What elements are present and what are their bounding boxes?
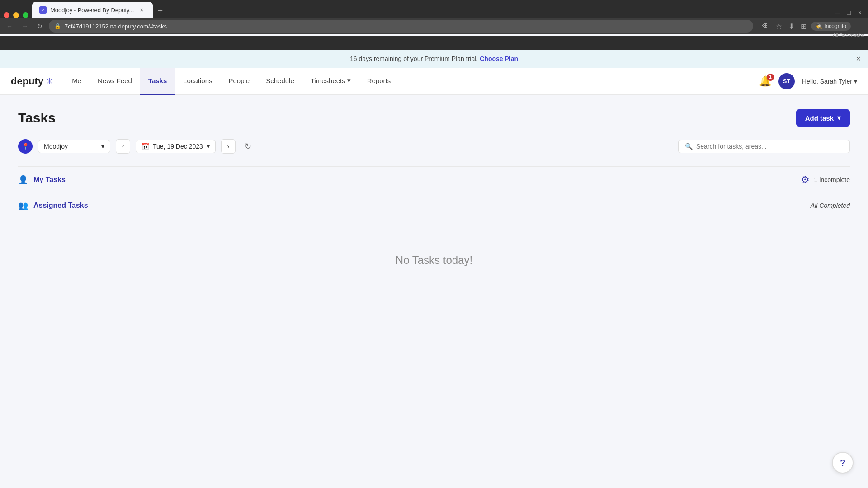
nav-items: Me News Feed Tasks Locations People Sche… (64, 68, 759, 95)
tab-close-button[interactable]: × (137, 6, 146, 14)
incognito-button[interactable]: 🕵 Incognito (811, 22, 851, 31)
pin-icon: 📍 (22, 143, 29, 150)
search-input[interactable] (696, 143, 843, 150)
assigned-tasks-status-text: All Completed (811, 202, 850, 209)
url-text: 7cf47d19112152.na.deputy.com/#tasks (65, 23, 167, 30)
nav-item-reports[interactable]: Reports (359, 68, 399, 95)
empty-state-message: No Tasks today! (396, 254, 472, 266)
restore-window-button[interactable]: □ (844, 7, 853, 18)
back-button[interactable]: ← (4, 21, 15, 32)
my-tasks-section: 👤 My Tasks ⚙ 1 incomplete (18, 166, 850, 193)
help-icon: ? (840, 458, 845, 468)
tasks-toolbar: 📍 Moodjoy ▾ ‹ 📅 Tue, 19 Dec 2023 ▾ › ↻ 🔍 (18, 139, 850, 154)
tab-title: Moodjoy - Powered By Deputy... (50, 7, 134, 14)
maximize-button[interactable] (13, 12, 19, 18)
page-title: Tasks (18, 110, 56, 126)
address-bar[interactable]: 🔒 7cf47d19112152.na.deputy.com/#tasks (49, 20, 753, 33)
assigned-tasks-label[interactable]: Assigned Tasks (33, 202, 88, 210)
calendar-icon: 📅 (142, 143, 149, 150)
logo-link[interactable]: deputy ✳ (11, 75, 53, 87)
assigned-tasks-icon: 👥 (18, 201, 28, 211)
notification-badge: 1 (767, 74, 774, 81)
tab-bar: M Moodjoy - Powered By Deputy... × + ─ □… (0, 0, 868, 18)
nav-right: 🔔 1 ST Hello, Sarah Tyler ▾ (759, 73, 857, 89)
location-selector[interactable]: Moodjoy ▾ (38, 140, 110, 153)
extensions-button[interactable]: 👁 (760, 20, 771, 32)
trial-close-button[interactable]: × (856, 54, 861, 64)
address-bar-row: ← → ↻ 🔒 7cf47d19112152.na.deputy.com/#ta… (0, 18, 868, 34)
user-avatar: ST (778, 73, 795, 89)
location-name: Moodjoy (44, 143, 68, 150)
task-sections: 👤 My Tasks ⚙ 1 incomplete 👥 Assigned Tas… (18, 166, 850, 218)
logo-text: deputy (11, 75, 43, 87)
refresh-icon: ↻ (245, 142, 251, 151)
tab-favicon: M (39, 6, 47, 14)
nav-item-people[interactable]: People (220, 68, 258, 95)
location-dropdown-arrow-icon: ▾ (101, 143, 104, 150)
my-tasks-icon: 👤 (18, 175, 28, 185)
minimize-button[interactable] (4, 12, 9, 18)
add-task-label: Add task (805, 114, 834, 122)
my-tasks-label[interactable]: My Tasks (33, 176, 66, 184)
date-label: Tue, 19 Dec 2023 (153, 143, 203, 150)
search-box[interactable]: 🔍 (678, 140, 850, 153)
choose-plan-link[interactable]: Choose Plan (480, 55, 518, 62)
app-wrapper: 16 days remaining of your Premium Plan t… (0, 50, 868, 488)
add-task-arrow-icon: ▾ (837, 114, 841, 122)
lock-icon: 🔒 (54, 23, 61, 29)
date-dropdown-arrow-icon: ▾ (207, 143, 210, 150)
nav-item-timesheets[interactable]: Timesheets ▾ (302, 68, 359, 95)
add-task-button[interactable]: Add task ▾ (796, 109, 850, 127)
my-tasks-status: ⚙ 1 incomplete (801, 174, 850, 186)
minimize-window-button[interactable]: ─ (832, 7, 842, 18)
main-content: Tasks Add task ▾ 📍 Moodjoy ▾ ‹ 📅 Tue, 19… (0, 95, 868, 299)
pin-button[interactable]: 📍 (18, 139, 33, 154)
user-greeting-text: Hello, Sarah Tyler (802, 78, 852, 85)
my-tasks-status-text: 1 incomplete (814, 176, 850, 183)
top-nav: deputy ✳ Me News Feed Tasks Locations Pe… (0, 68, 868, 95)
page-header: Tasks Add task ▾ (18, 109, 850, 127)
empty-state: No Tasks today! (18, 218, 850, 285)
refresh-button[interactable]: ↻ (241, 140, 255, 153)
favorites-button[interactable]: ☆ (774, 20, 784, 33)
close-window-button[interactable]: × (855, 7, 864, 18)
next-arrow-icon: › (227, 143, 229, 150)
browser-chrome: M Moodjoy - Powered By Deputy... × + ─ □… (0, 0, 868, 50)
menu-button[interactable]: ⋮ (854, 20, 864, 33)
incognito-label: Incognito (824, 23, 846, 29)
prev-date-button[interactable]: ‹ (116, 139, 130, 154)
nav-item-newsfeed[interactable]: News Feed (90, 68, 140, 95)
active-tab[interactable]: M Moodjoy - Powered By Deputy... × (32, 2, 153, 18)
all-bookmarks[interactable]: All Bookmarks (833, 33, 864, 38)
status-gear-icon: ⚙ (801, 174, 810, 186)
timesheets-arrow-icon: ▾ (347, 76, 351, 84)
nav-item-schedule[interactable]: Schedule (258, 68, 302, 95)
prev-arrow-icon: ‹ (122, 143, 124, 150)
split-button[interactable]: ⊞ (799, 20, 808, 33)
refresh-button[interactable]: ↻ (34, 21, 45, 32)
forward-button[interactable]: → (19, 21, 31, 32)
nav-item-locations[interactable]: Locations (175, 68, 220, 95)
assigned-tasks-section: 👥 Assigned Tasks All Completed (18, 193, 850, 218)
date-picker[interactable]: 📅 Tue, 19 Dec 2023 ▾ (136, 140, 216, 153)
new-tab-button[interactable]: + (153, 4, 167, 18)
next-date-button[interactable]: › (221, 139, 236, 154)
user-menu-arrow-icon: ▾ (854, 78, 857, 85)
close-button[interactable] (23, 12, 28, 18)
nav-item-me[interactable]: Me (64, 68, 90, 95)
incognito-icon: 🕵 (816, 23, 822, 29)
download-button[interactable]: ⬇ (787, 20, 796, 33)
trial-banner: 16 days remaining of your Premium Plan t… (0, 50, 868, 68)
help-button[interactable]: ? (832, 452, 854, 474)
nav-item-tasks[interactable]: Tasks (140, 68, 175, 95)
notifications-button[interactable]: 🔔 1 (759, 75, 771, 87)
trial-message: 16 days remaining of your Premium Plan t… (350, 55, 478, 62)
assigned-tasks-status: All Completed (811, 202, 850, 209)
search-icon: 🔍 (685, 143, 693, 150)
logo-star: ✳ (46, 76, 53, 86)
user-greeting[interactable]: Hello, Sarah Tyler ▾ (802, 78, 857, 85)
browser-actions: 👁 ☆ ⬇ ⊞ 🕵 Incognito ⋮ (760, 20, 864, 33)
